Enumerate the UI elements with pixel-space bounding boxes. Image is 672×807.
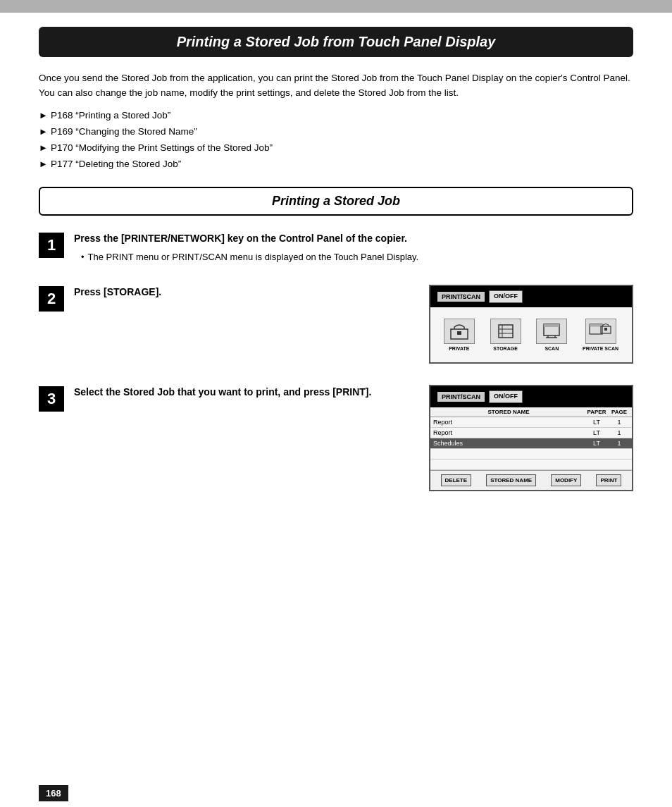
step-1-title: Press the [PRINTER/NETWORK] key on the C… xyxy=(74,231,633,246)
panel-top-bar-step2: PRINT/SCAN ON/OFF xyxy=(430,286,632,307)
table-row-5 xyxy=(430,460,632,470)
panel-private-icon-item: PRIVATE xyxy=(444,319,475,351)
row5-page xyxy=(609,461,629,468)
scan-icon-box xyxy=(536,319,567,344)
table-row-2[interactable]: Report LT 1 xyxy=(430,428,632,438)
step-1-content: Press the [PRINTER/NETWORK] key on the C… xyxy=(74,231,633,264)
scan-label: SCAN xyxy=(545,346,559,351)
row1-page: 1 xyxy=(609,419,629,426)
row2-name: Report xyxy=(433,429,584,436)
step-2: 2 Press [STORAGE]. PRINT/SCAN ON/OFF xyxy=(39,285,633,364)
content-area: Printing a Stored Job from Touch Panel D… xyxy=(0,13,672,780)
row1-name: Report xyxy=(433,419,584,426)
bullet-list: ► P168 “Printing a Stored Job” ► P169 “C… xyxy=(39,108,633,173)
panel-private-scan-icon-item: PRIVATE SCAN xyxy=(583,319,618,351)
page-container: Printing a Stored Job from Touch Panel D… xyxy=(0,0,672,807)
step-2-title: Press [STORAGE]. xyxy=(74,285,415,300)
panel-table-area: STORED NAME PAPER PAGE Report LT 1 Rep xyxy=(430,407,632,490)
main-title-text: Printing a Stored Job from Touch Panel D… xyxy=(177,34,496,49)
step-3: 3 Select the Stored Job that you want to… xyxy=(39,385,633,491)
section-title-banner: Printing a Stored Job xyxy=(39,187,633,216)
step-2-content: Press [STORAGE]. xyxy=(74,285,415,304)
bullet-item-3: ► P170 “Modifying the Print Settings of … xyxy=(39,140,633,156)
bullet-item-2: ► P169 “Changing the Stored Name” xyxy=(39,124,633,140)
modify-button[interactable]: MODIFY xyxy=(551,474,581,486)
panel-print-scan-btn[interactable]: PRINT/SCAN xyxy=(436,290,486,303)
step-1-note-text: The PRINT menu or PRINT/SCAN menu is dis… xyxy=(88,250,419,264)
bullet-text-2: P169 “Changing the Stored Name” xyxy=(51,124,197,140)
svg-rect-1 xyxy=(457,331,461,335)
step-2-panel: PRINT/SCAN ON/OFF xyxy=(429,285,633,364)
top-bar xyxy=(0,0,672,13)
panel-display-step2: PRINT/SCAN ON/OFF xyxy=(429,285,633,364)
svg-rect-7 xyxy=(544,324,559,327)
table-row-1[interactable]: Report LT 1 xyxy=(430,417,632,428)
panel-inner-step2: PRIVATE xyxy=(430,307,632,362)
step-1-number: 1 xyxy=(39,233,64,258)
panel-display-step3: PRINT/SCAN ON/OFF STORED NAME PAPER PAGE… xyxy=(429,385,633,491)
row2-paper: LT xyxy=(584,429,609,436)
arrow-icon-1: ► xyxy=(39,108,48,123)
row5-name xyxy=(433,461,584,468)
private-scan-icon-box xyxy=(585,319,616,344)
bullet-item-1: ► P168 “Printing a Stored Job” xyxy=(39,108,633,124)
row5-paper xyxy=(584,461,609,468)
step-2-number: 2 xyxy=(39,286,64,312)
step-2-left: 2 Press [STORAGE]. xyxy=(39,285,415,312)
panel-scan-icon-item: SCAN xyxy=(536,319,567,351)
storage-label: STORAGE xyxy=(493,346,518,351)
panel-storage-icon-item: STORAGE xyxy=(490,319,521,351)
col-page-header: PAGE xyxy=(609,409,629,415)
page-number: 168 xyxy=(39,785,68,801)
private-label: PRIVATE xyxy=(449,346,469,351)
step-3-panel: PRINT/SCAN ON/OFF STORED NAME PAPER PAGE… xyxy=(429,385,633,491)
row2-page: 1 xyxy=(609,429,629,436)
panel-on-off-btn-3[interactable]: ON/OFF xyxy=(489,390,523,403)
step-1: 1 Press the [PRINTER/NETWORK] key on the… xyxy=(39,231,633,264)
arrow-icon-3: ► xyxy=(39,140,48,156)
step-1-dot: • xyxy=(81,250,85,264)
step-1-note-bullet: • The PRINT menu or PRINT/SCAN menu is d… xyxy=(81,250,633,264)
svg-rect-2 xyxy=(499,325,513,338)
bullet-text-3: P170 “Modifying the Print Settings of th… xyxy=(51,140,273,156)
step-3-content: Select the Stored Job that you want to p… xyxy=(74,385,415,404)
row1-paper: LT xyxy=(584,419,609,426)
bullet-text-4: P177 “Deleting the Stored Job” xyxy=(51,156,181,173)
bullet-item-4: ► P177 “Deleting the Stored Job” xyxy=(39,156,633,173)
col-paper-header: PAPER xyxy=(584,409,609,415)
row3-page: 1 xyxy=(609,440,629,447)
bullet-text-1: P168 “Printing a Stored Job” xyxy=(51,108,170,124)
table-row-3[interactable]: Schedules LT 1 xyxy=(430,438,632,449)
panel-bottom-buttons: DELETE STORED NAME MODIFY PRINT xyxy=(430,470,632,490)
svg-rect-14 xyxy=(604,328,607,331)
table-row-4 xyxy=(430,449,632,460)
row3-name: Schedules xyxy=(433,440,584,447)
step-3-title: Select the Stored Job that you want to p… xyxy=(74,385,415,400)
arrow-icon-4: ► xyxy=(39,156,48,172)
page-footer: 168 xyxy=(0,780,672,807)
panel-icons-row: PRIVATE xyxy=(436,314,626,355)
intro-paragraph: Once you send the Stored Job from the ap… xyxy=(39,71,633,101)
row4-paper xyxy=(584,450,609,457)
panel-print-scan-btn-3[interactable]: PRINT/SCAN xyxy=(436,390,486,403)
row4-page xyxy=(609,450,629,457)
panel-on-off-btn[interactable]: ON/OFF xyxy=(489,290,523,303)
step-1-note: • The PRINT menu or PRINT/SCAN menu is d… xyxy=(81,250,633,264)
section-title-text: Printing a Stored Job xyxy=(272,194,400,208)
row4-name xyxy=(433,450,584,457)
storage-icon-box xyxy=(490,319,521,344)
panel-table-header: STORED NAME PAPER PAGE xyxy=(430,407,632,417)
panel-top-bar-step3: PRINT/SCAN ON/OFF xyxy=(430,386,632,407)
col-stored-name-header: STORED NAME xyxy=(433,409,584,415)
stored-name-button[interactable]: STORED NAME xyxy=(486,474,536,486)
row3-paper: LT xyxy=(584,440,609,447)
private-scan-label: PRIVATE SCAN xyxy=(583,346,618,351)
step-3-left: 3 Select the Stored Job that you want to… xyxy=(39,385,415,412)
main-title-banner: Printing a Stored Job from Touch Panel D… xyxy=(39,27,633,57)
print-button[interactable]: PRINT xyxy=(596,474,621,486)
private-icon-box xyxy=(444,319,475,344)
delete-button[interactable]: DELETE xyxy=(441,474,472,486)
svg-rect-12 xyxy=(590,324,602,327)
arrow-icon-2: ► xyxy=(39,124,48,140)
step-3-number: 3 xyxy=(39,386,64,412)
